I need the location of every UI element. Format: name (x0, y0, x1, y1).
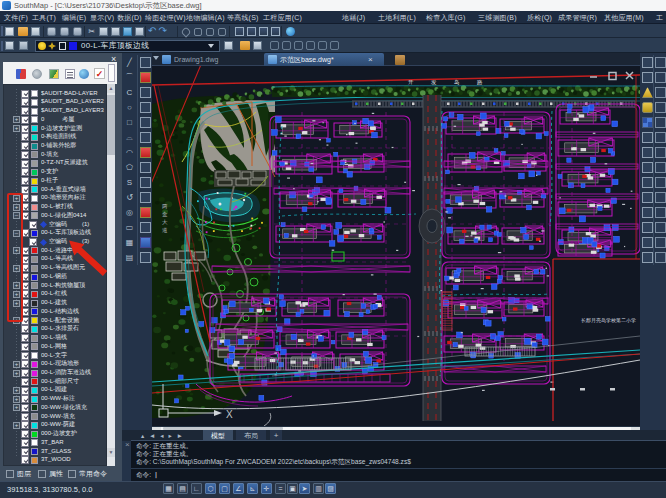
svg-text:开: 开 (408, 79, 414, 85)
svg-text:金: 金 (162, 211, 168, 217)
svg-text:发: 发 (431, 79, 437, 85)
svg-text:道: 道 (162, 227, 168, 233)
svg-text:岛: 岛 (454, 79, 460, 86)
svg-text:两: 两 (162, 203, 168, 209)
svg-text:大: 大 (162, 219, 168, 225)
svg-text:路: 路 (477, 79, 483, 85)
svg-text:X: X (226, 409, 233, 420)
svg-text:长郡月亮岛学校第二小学: 长郡月亮岛学校第二小学 (581, 317, 636, 324)
